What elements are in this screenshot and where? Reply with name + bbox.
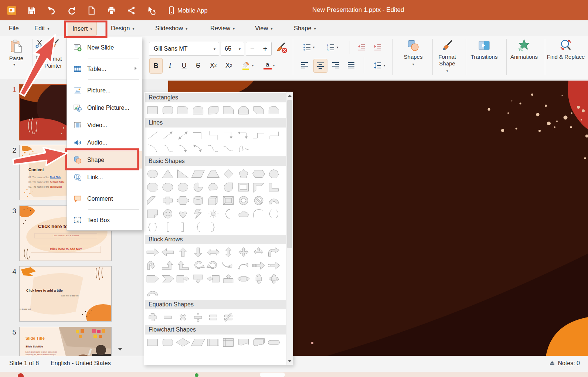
- language-indicator[interactable]: English - United States: [51, 360, 111, 367]
- shape-dodecagon[interactable]: [175, 180, 190, 194]
- shapes-button[interactable]: Shapes▾: [396, 37, 430, 77]
- shape-cloud[interactable]: [236, 207, 251, 220]
- shape-cube[interactable]: [205, 194, 221, 207]
- font-color-button[interactable]: a ▾: [259, 58, 279, 73]
- format-painter-icon[interactable]: [49, 38, 60, 49]
- shape-snip-same-side[interactable]: [236, 103, 251, 117]
- shape-striped-right-arrow[interactable]: [251, 259, 266, 272]
- insert-menu-item-shape[interactable]: Shape: [67, 151, 142, 169]
- shape-up-down-arrow[interactable]: [221, 245, 236, 259]
- shape-round-same-side[interactable]: [190, 103, 205, 117]
- shape-frame[interactable]: [236, 180, 251, 194]
- shape-moon[interactable]: [221, 207, 236, 220]
- copy-icon[interactable]: [35, 55, 44, 65]
- insert-menu-item-link[interactable]: Link...: [67, 169, 142, 186]
- mobile-phone-icon[interactable]: [166, 6, 176, 15]
- shapes-panel-scrollbar[interactable]: [286, 92, 293, 365]
- new-document-icon[interactable]: [86, 6, 96, 15]
- shape-pie[interactable]: [190, 180, 205, 194]
- notes-toggle[interactable]: Notes: 0: [549, 360, 580, 367]
- shape-math-multiply[interactable]: [175, 310, 190, 324]
- align-justify-icon[interactable]: [344, 59, 358, 72]
- increase-indent-icon[interactable]: [371, 41, 384, 54]
- shape-document[interactable]: [236, 336, 251, 349]
- format-shape-button[interactable]: Format Shape▾: [431, 37, 463, 77]
- find-replace-button[interactable]: Find & Replace: [544, 37, 588, 77]
- shape-elbow-connector-3[interactable]: [266, 129, 281, 142]
- shape-hexagon[interactable]: [251, 167, 266, 180]
- menu-edit[interactable]: Edit▾: [34, 20, 49, 36]
- shape-double-bracket[interactable]: [266, 207, 281, 220]
- strikethrough-button[interactable]: S: [192, 58, 204, 73]
- shape-trapezoid[interactable]: [205, 167, 221, 180]
- shape-pentagon[interactable]: [236, 167, 251, 180]
- decrease-font-button[interactable]: −: [246, 45, 259, 53]
- shape-chevron-arrow[interactable]: [160, 272, 175, 285]
- shape-bevel[interactable]: [221, 194, 236, 207]
- share-icon[interactable]: [126, 6, 136, 15]
- shape-curve-2[interactable]: [221, 142, 236, 155]
- shape-stepped-connector[interactable]: [251, 129, 266, 142]
- shape-parallelogram[interactable]: [190, 167, 205, 180]
- shape-up-arrow-callout[interactable]: [221, 272, 236, 285]
- shape-data[interactable]: [190, 336, 205, 349]
- shape-s-curve[interactable]: [205, 142, 221, 155]
- menu-view[interactable]: View▾: [255, 20, 273, 36]
- shape-up-arrow[interactable]: [175, 245, 190, 259]
- shape-pentagon-arrow[interactable]: [145, 272, 160, 285]
- shape-math-minus[interactable]: [160, 310, 175, 324]
- cut-icon[interactable]: [35, 39, 44, 48]
- line-spacing-button[interactable]: ▾: [370, 59, 389, 72]
- shape-curved-down-arrow[interactable]: [221, 259, 236, 272]
- clear-formatting-icon[interactable]: [275, 42, 287, 54]
- align-left-icon[interactable]: [298, 59, 311, 72]
- shape-round-diagonal[interactable]: [205, 103, 221, 117]
- paste-icon[interactable]: [9, 38, 24, 54]
- shape-down-arrow[interactable]: [190, 245, 205, 259]
- transitions-button[interactable]: Transitions: [464, 37, 504, 77]
- redo-icon[interactable]: [67, 6, 76, 15]
- insert-menu-item-online-picture[interactable]: Online Picture...: [67, 99, 142, 116]
- shape-rectangle[interactable]: [145, 103, 160, 117]
- numbered-list-button[interactable]: 123▾: [323, 41, 341, 54]
- shape-elbow-connector[interactable]: [190, 129, 205, 142]
- shape-decagon[interactable]: [160, 180, 175, 194]
- shape-curve[interactable]: [145, 142, 160, 155]
- menu-design[interactable]: Design▾: [111, 20, 134, 36]
- shape-math-divide[interactable]: [190, 310, 205, 324]
- shape-line[interactable]: [145, 129, 160, 142]
- shape-block-arc[interactable]: [266, 194, 281, 207]
- shape-can[interactable]: [190, 194, 205, 207]
- increase-font-button[interactable]: +: [259, 45, 272, 53]
- insert-menu-item-video[interactable]: Video...: [67, 116, 142, 134]
- shape-lightning-bolt[interactable]: [190, 207, 205, 220]
- shape-left-right-arrow[interactable]: [205, 245, 221, 259]
- decrease-indent-icon[interactable]: [355, 41, 368, 54]
- shape-heart[interactable]: [175, 207, 190, 220]
- shape-bent-arrow[interactable]: [266, 245, 281, 259]
- thumbnails-scroll-down-icon[interactable]: [117, 346, 123, 352]
- shape-diamond[interactable]: [221, 167, 236, 180]
- shape-diagonal-stripe[interactable]: [145, 194, 160, 207]
- shape-u-turn-arrow[interactable]: [145, 259, 160, 272]
- shape-heptagon[interactable]: [266, 167, 281, 180]
- shape-right-arrow-callout[interactable]: [175, 272, 190, 285]
- shape-down-arrow-callout[interactable]: [190, 272, 205, 285]
- shape-double-arrow[interactable]: [175, 129, 190, 142]
- shape-no-symbol[interactable]: [251, 194, 266, 207]
- shape-left-arrow[interactable]: [160, 245, 175, 259]
- shape-folded-corner[interactable]: [145, 207, 160, 220]
- pointer-sync-icon[interactable]: [146, 6, 156, 15]
- align-right-icon[interactable]: [329, 59, 342, 72]
- shape-scribble[interactable]: [236, 142, 251, 155]
- shape-left-arrow-callout[interactable]: [205, 272, 221, 285]
- shape-bent-up-arrow-2[interactable]: [175, 259, 190, 272]
- print-icon[interactable]: [106, 6, 116, 15]
- shape-math-plus[interactable]: [145, 310, 160, 324]
- shape-arrow[interactable]: [160, 129, 175, 142]
- shape-cross[interactable]: [160, 194, 175, 207]
- shape-smiley-face[interactable]: [160, 207, 175, 220]
- shape-double-brace[interactable]: [145, 220, 160, 234]
- menu-insert[interactable]: Insert▾: [68, 21, 97, 35]
- shape-right-triangle[interactable]: [175, 167, 190, 180]
